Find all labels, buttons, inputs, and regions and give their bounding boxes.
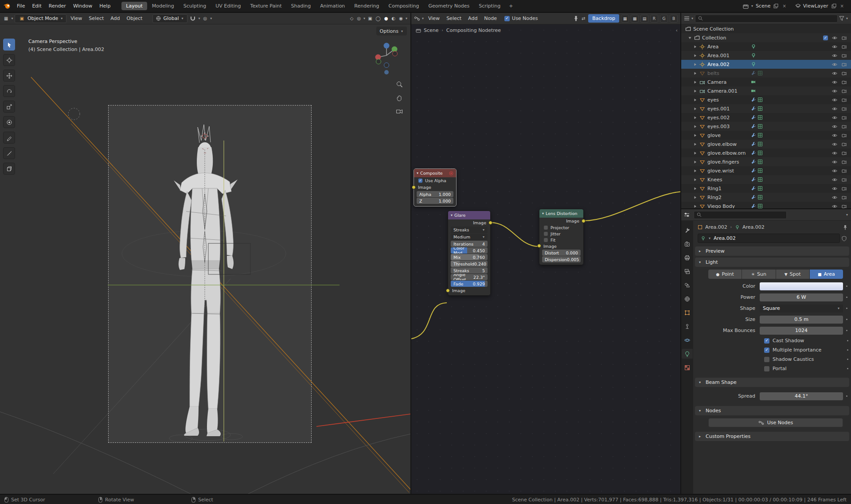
properties-editor[interactable]: ▾ Area.002 › Area.002 ▾ Area.002: [681, 209, 851, 494]
hide-viewport-icon[interactable]: [831, 133, 838, 138]
light-type-point[interactable]: ●Point: [708, 270, 742, 279]
outliner-item-glove-fingers[interactable]: glove.fingers: [681, 157, 851, 166]
expand-icon[interactable]: [693, 178, 697, 182]
node-menu-node[interactable]: Node: [481, 15, 500, 22]
glare-type-dropdown[interactable]: Streaks ▾: [451, 227, 488, 233]
tab-object[interactable]: [682, 308, 693, 317]
workspace-tab-rendering[interactable]: Rendering: [350, 2, 383, 10]
tool-cursor[interactable]: [3, 54, 15, 66]
editor-type-icon[interactable]: [684, 212, 690, 217]
menu-render[interactable]: Render: [46, 2, 69, 10]
animate-dot[interactable]: [843, 319, 850, 320]
add-workspace-button[interactable]: +: [505, 2, 516, 10]
filter-icon[interactable]: [839, 16, 844, 21]
lens-distort-field[interactable]: Distort 0.000: [542, 250, 581, 256]
node-menu-view[interactable]: View: [426, 15, 442, 22]
expand-icon[interactable]: [693, 133, 697, 137]
tool-rotate[interactable]: [3, 85, 15, 97]
animate-dot[interactable]: [843, 308, 850, 309]
composite-image-socket[interactable]: [412, 185, 416, 189]
hide-viewport-icon[interactable]: [831, 142, 838, 147]
disable-render-icon[interactable]: [841, 124, 848, 129]
tab-world[interactable]: [682, 294, 693, 304]
menu-edit[interactable]: Edit: [29, 2, 44, 10]
composite-node-header[interactable]: ▾ Composite: [414, 169, 456, 177]
projector-row[interactable]: Projector: [539, 224, 583, 231]
spread-field[interactable]: 44.1°: [760, 392, 843, 400]
data-name-field[interactable]: ▾ Area.002: [698, 234, 840, 243]
backdrop-alpha-icon[interactable]: ▤: [640, 15, 648, 23]
show-overlays-icon[interactable]: ◎: [355, 16, 362, 21]
blender-logo-icon[interactable]: [4, 3, 11, 9]
outliner-item-eyes[interactable]: eyes: [681, 95, 851, 104]
disable-render-icon[interactable]: [841, 35, 848, 40]
lens-dispersion-field[interactable]: Dispersion 0.005: [542, 256, 581, 262]
outliner-item-eyes-003[interactable]: eyes.003: [681, 122, 851, 131]
animate-dot[interactable]: [843, 297, 850, 298]
use-alpha-row[interactable]: Use Alpha: [414, 177, 456, 184]
projector-checkbox[interactable]: [544, 226, 548, 230]
viewport-menu-object[interactable]: Object: [124, 15, 145, 22]
sidebar-toggle-icon[interactable]: ‹: [676, 27, 678, 33]
fit-checkbox[interactable]: [544, 238, 548, 242]
panel-beam-shape[interactable]: ▾ Beam Shape: [695, 378, 849, 387]
navigation-gizmo[interactable]: [371, 40, 402, 76]
hide-viewport-icon[interactable]: [831, 186, 838, 191]
hide-viewport-icon[interactable]: [831, 80, 838, 85]
workspace-tab-uv-editing[interactable]: UV Editing: [211, 2, 245, 10]
viewport-menu-add[interactable]: Add: [108, 15, 122, 22]
jitter-checkbox[interactable]: [544, 232, 548, 236]
animate-dot[interactable]: [843, 395, 850, 397]
toggle-xray-icon[interactable]: ▣: [367, 16, 373, 21]
options-dropdown[interactable]: Options ▾: [376, 27, 407, 35]
collection-exclude-checkbox[interactable]: [823, 35, 828, 40]
glare-mix-field[interactable]: Mix 0.760: [451, 254, 488, 260]
tab-constraints[interactable]: [682, 321, 693, 331]
expand-icon[interactable]: [693, 142, 697, 146]
hide-viewport-icon[interactable]: [831, 35, 838, 40]
lens-image-output-socket[interactable]: [582, 219, 586, 223]
glare-node-header[interactable]: ▾ Glare: [448, 211, 490, 219]
outliner-item-ring1[interactable]: RIng1: [681, 184, 851, 193]
tab-output[interactable]: [682, 253, 693, 262]
delete-scene-icon[interactable]: ×: [781, 4, 787, 8]
hide-viewport-icon[interactable]: [831, 115, 838, 120]
expand-icon[interactable]: [693, 71, 697, 75]
lens-distortion-node-header[interactable]: ▾ Lens Distortion: [539, 209, 583, 218]
editor-type-icon[interactable]: ▦: [3, 16, 9, 21]
snap-magnet-icon[interactable]: [189, 16, 197, 21]
glare-quality-dropdown[interactable]: Medium ▾: [451, 234, 488, 240]
light-color-swatch[interactable]: [760, 282, 843, 290]
cast-shadow-checkbox[interactable]: [764, 338, 769, 344]
glare-image-input-socket[interactable]: [446, 289, 450, 293]
glare-streaks-field[interactable]: Streaks 5: [451, 267, 488, 273]
glare-angle-offset-field[interactable]: Angle Offset 22.3°: [451, 274, 488, 280]
menu-file[interactable]: File: [14, 2, 28, 10]
tool-transform[interactable]: [3, 116, 15, 128]
hide-viewport-icon[interactable]: [831, 204, 838, 209]
disable-render-icon[interactable]: [841, 195, 848, 200]
expand-icon[interactable]: [693, 89, 697, 93]
expand-icon[interactable]: [693, 63, 697, 66]
workspace-tab-sculpting[interactable]: Sculpting: [179, 2, 211, 10]
panel-light[interactable]: ▾ Light: [695, 258, 849, 267]
animate-dot[interactable]: [843, 330, 850, 331]
outliner-item-ring2[interactable]: RIng2: [681, 193, 851, 202]
pin-id-icon[interactable]: [843, 225, 847, 230]
editor-type-icon[interactable]: [414, 16, 420, 21]
tab-tool[interactable]: [682, 225, 693, 235]
editor-type-icon[interactable]: [684, 16, 690, 21]
outliner-item-camera[interactable]: Camera: [681, 78, 851, 86]
hide-viewport-icon[interactable]: [831, 71, 838, 76]
viewport-3d[interactable]: ▦ ▾ ▣ Object Mode ▾ View Select Add Obje…: [0, 13, 410, 494]
use-nodes-button[interactable]: Use Nodes: [708, 418, 843, 427]
composite-z-field[interactable]: Z 1.000: [417, 198, 453, 204]
disable-render-icon[interactable]: [841, 98, 848, 102]
tab-render[interactable]: [682, 239, 693, 249]
camera-view-icon[interactable]: [396, 108, 403, 114]
animate-dot[interactable]: [844, 340, 851, 341]
outliner-item-eyes-001[interactable]: eyes.001: [681, 104, 851, 113]
workspace-tab-geometry-nodes[interactable]: Geometry Nodes: [424, 2, 474, 10]
tool-select-box[interactable]: [3, 39, 15, 51]
node-menu-select[interactable]: Select: [444, 15, 464, 22]
